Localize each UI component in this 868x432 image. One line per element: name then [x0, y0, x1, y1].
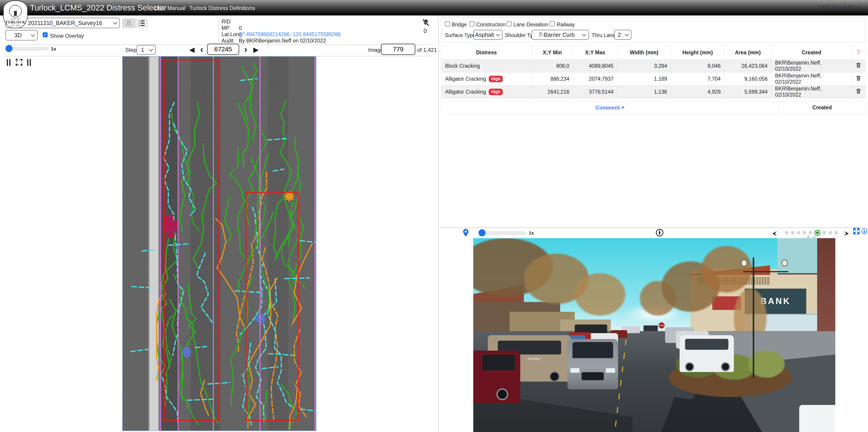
- photo-dot[interactable]: [785, 231, 788, 234]
- photo-zoom-slider[interactable]: [479, 231, 527, 235]
- logo-line3: INC. 1908: [11, 24, 20, 26]
- thru-lanes-select[interactable]: 2: [614, 30, 631, 40]
- pan-bar-icon[interactable]: [27, 59, 28, 66]
- delete-row-button[interactable]: [856, 75, 861, 81]
- nav-user-manual[interactable]: User Manual: [154, 5, 185, 11]
- show-overlay-checkbox[interactable]: ✓: [43, 32, 48, 37]
- nav-distress-definitions[interactable]: Turlock Distress Definitions: [189, 5, 255, 11]
- distress-table-header: Distress X;Y Min X;Y Max Width (mm) Heig…: [441, 46, 865, 60]
- image-input[interactable]: [381, 44, 415, 55]
- survey-select[interactable]: 20211210_BAKER_Survey16: [17, 18, 120, 28]
- add-comment-cell[interactable]: Comment +: [441, 102, 779, 113]
- road-view-button[interactable]: [122, 18, 135, 28]
- corner-white-car: [799, 405, 836, 432]
- photo-dot[interactable]: [809, 231, 812, 234]
- xy-min: 886;234: [532, 73, 573, 85]
- pan-bar-icon[interactable]: [9, 59, 10, 66]
- chevron-down-icon: [149, 47, 153, 51]
- photo-dot[interactable]: [823, 231, 826, 234]
- lamp-globe: [782, 260, 788, 266]
- chevron-down-icon: [31, 32, 35, 36]
- page-title: Turlock_LCMS_2022 Distress Selector: [30, 3, 166, 12]
- table-row[interactable]: Block Cracking 806;0 4089;8045 3,284 8,0…: [441, 60, 865, 73]
- divider: [440, 228, 868, 228]
- photo-dot[interactable]: [791, 231, 795, 234]
- map-pin-icon[interactable]: [463, 229, 469, 238]
- svg-text:3: 3: [139, 25, 140, 27]
- compass-icon[interactable]: [655, 229, 664, 238]
- col-distress: Distress: [441, 46, 532, 60]
- pan-bar-icon[interactable]: [30, 59, 31, 66]
- frame-next-button[interactable]: ›: [244, 46, 247, 53]
- frame-first-button[interactable]: ◀: [189, 46, 194, 53]
- severity-badge: High: [489, 89, 503, 95]
- mode-select[interactable]: 3D: [5, 30, 38, 40]
- surface-type-select[interactable]: Asphalt: [473, 30, 502, 40]
- photo-zoom-slider-handle[interactable]: [478, 229, 486, 236]
- overlay-zoom-slider-handle[interactable]: [5, 45, 12, 52]
- width-mm: 1,136: [617, 85, 671, 98]
- created-by: BKR\Benjamin.Neff, 02/10/2022: [771, 60, 852, 73]
- survey-select-value: 20211210_BAKER_Survey16: [18, 20, 112, 26]
- audit-label: Audit: [221, 38, 234, 44]
- photo-frame-dots[interactable]: [782, 230, 841, 239]
- numbered-list-icon: 1 2 3: [138, 20, 145, 27]
- step-select-value: 1: [137, 47, 148, 53]
- marker-count: 0: [424, 28, 427, 34]
- plus-icon: +: [621, 104, 625, 111]
- city-logo: CITY OF TURLOCK INC. 1908: [3, 0, 28, 28]
- fullscreen-icon[interactable]: [853, 228, 860, 235]
- frame-prev-button[interactable]: ‹: [200, 46, 203, 53]
- pavement-scan-viewer[interactable]: [122, 56, 316, 431]
- distant-car: [644, 325, 658, 331]
- bridge-label: Bridge: [452, 22, 467, 28]
- frame-last-button[interactable]: ▶: [253, 46, 258, 53]
- photo-dot[interactable]: [829, 231, 832, 234]
- bridge-checkbox[interactable]: [445, 21, 450, 26]
- pan-bar-icon[interactable]: [7, 59, 8, 66]
- col-area: Area (mm): [724, 46, 771, 60]
- delete-row-button[interactable]: [856, 62, 861, 68]
- delete-row-button[interactable]: [856, 88, 861, 94]
- shoulder-type-select[interactable]: 7-Barrier Curb: [532, 30, 589, 40]
- step-select[interactable]: 1: [137, 45, 156, 55]
- construction-label: Construction: [476, 22, 505, 28]
- construction-checkbox[interactable]: [469, 21, 474, 26]
- table-row[interactable]: Alligator CrackingHigh 2641;216 3776;514…: [441, 85, 865, 98]
- hide-markers-icon[interactable]: [422, 19, 430, 28]
- shoulder-type-value: 7-Barrier Curb: [532, 32, 581, 38]
- list-view-button[interactable]: 1 2 3: [135, 18, 148, 28]
- latlong-link[interactable]: 37.494759668214286,-120.8445175589286: [239, 31, 341, 37]
- download-photo-icon[interactable]: [861, 228, 868, 235]
- info-divider: [218, 18, 219, 44]
- tree: [702, 246, 752, 292]
- overlay-zoom-slider[interactable]: [7, 47, 49, 51]
- photo-dot-active[interactable]: [815, 230, 820, 235]
- photo-next-button[interactable]: [842, 229, 852, 239]
- comment-created-header: Created: [779, 102, 865, 113]
- surface-type-value: Asphalt: [474, 32, 495, 38]
- xy-min: 2641;216: [532, 85, 573, 98]
- width-mm: 3,284: [617, 60, 671, 73]
- comment-label: Comment: [596, 105, 620, 111]
- created-by: BKR\Benjamin.Neff, 02/10/2022: [771, 85, 852, 98]
- railway-checkbox[interactable]: [550, 21, 555, 26]
- photo-dot[interactable]: [803, 231, 806, 234]
- table-row[interactable]: Alligator CrackingHigh 886;234 2074;7937…: [441, 73, 865, 85]
- area-mm: 5,599,344: [724, 85, 771, 98]
- photo-prev-button[interactable]: [769, 229, 779, 239]
- photo-dot[interactable]: [834, 231, 838, 234]
- crop-select-icon[interactable]: [15, 58, 23, 67]
- xy-max: 2074;7937: [573, 73, 617, 85]
- mp-value: 0: [239, 25, 242, 31]
- frame-input[interactable]: [207, 44, 239, 55]
- width-mm: 1,189: [617, 73, 671, 85]
- show-overlay-label: Show Overlay: [50, 33, 84, 39]
- left-arrow-icon: [771, 231, 777, 236]
- oncoming-car: [567, 339, 618, 390]
- height-mm: 7,704: [671, 73, 724, 85]
- logo-line1: CITY OF: [11, 18, 20, 20]
- photo-dot[interactable]: [797, 231, 800, 234]
- railway-label: Railway: [557, 22, 575, 28]
- lane-deviation-checkbox[interactable]: [507, 21, 512, 26]
